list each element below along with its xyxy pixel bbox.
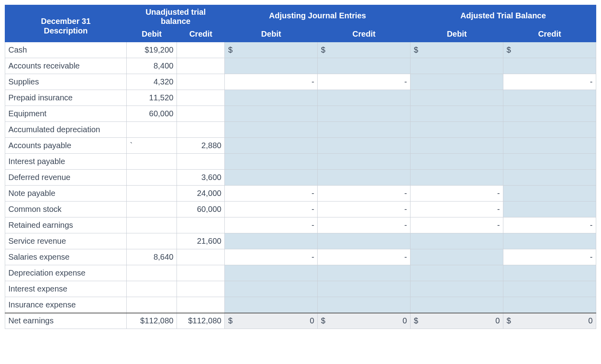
row-description: Interest payable bbox=[5, 154, 127, 170]
utb-debit-cell bbox=[127, 265, 177, 281]
table-row: Equipment60,000 bbox=[5, 106, 596, 122]
table-row: Accounts payable`2,880 bbox=[5, 138, 596, 154]
atb-debit-cell bbox=[410, 138, 503, 154]
row-description: Salaries expense bbox=[5, 249, 127, 265]
row-description: Accumulated depreciation bbox=[5, 122, 127, 138]
header-utb: Unadjusted trial balance bbox=[127, 5, 225, 26]
aje-credit-cell bbox=[318, 170, 410, 186]
atb-credit-cell bbox=[503, 154, 596, 170]
utb-debit-cell bbox=[127, 233, 177, 249]
utb-debit-cell bbox=[127, 122, 177, 138]
table-row: Common stock60,000--- bbox=[5, 202, 596, 217]
aje-credit-cell: - bbox=[318, 202, 410, 217]
row-description: Common stock bbox=[5, 202, 127, 217]
row-description: Service revenue bbox=[5, 233, 127, 249]
table-row: Salaries expense8,640--- bbox=[5, 249, 596, 265]
atb-debit-cell: - bbox=[410, 217, 503, 233]
table-row: Deferred revenue3,600 bbox=[5, 170, 596, 186]
utb-debit-cell: 4,320 bbox=[127, 74, 177, 90]
utb-debit-cell: 60,000 bbox=[127, 106, 177, 122]
header-utb-debit: Debit bbox=[127, 26, 177, 42]
aje-debit-cell bbox=[225, 106, 318, 122]
utb-credit-cell bbox=[177, 74, 225, 90]
utb-debit-cell: ` bbox=[127, 138, 177, 154]
utb-debit-cell bbox=[127, 297, 177, 313]
atb-debit-cell bbox=[410, 106, 503, 122]
utb-credit-cell bbox=[177, 122, 225, 138]
aje-debit-cell bbox=[225, 233, 318, 249]
utb-credit-cell bbox=[177, 106, 225, 122]
atb-debit-cell bbox=[410, 265, 503, 281]
utb-credit-cell: 2,880 bbox=[177, 138, 225, 154]
atb-credit-cell bbox=[503, 122, 596, 138]
utb-debit-cell: 8,400 bbox=[127, 58, 177, 74]
utb-credit-cell bbox=[177, 58, 225, 74]
aje-debit-cell: - bbox=[225, 74, 318, 90]
aje-credit-cell bbox=[318, 154, 410, 170]
utb-credit-cell: 60,000 bbox=[177, 202, 225, 217]
utb-credit-cell bbox=[177, 297, 225, 313]
utb-debit-cell bbox=[127, 217, 177, 233]
atb-debit-cell bbox=[410, 74, 503, 90]
atb-credit-cell bbox=[503, 90, 596, 106]
total-description: Net earnings bbox=[5, 313, 127, 329]
total-utb-credit: $112,080 bbox=[177, 313, 225, 329]
row-description: Prepaid insurance bbox=[5, 90, 127, 106]
atb-debit-cell: - bbox=[410, 202, 503, 217]
aje-debit-cell bbox=[225, 154, 318, 170]
total-row: Net earnings$112,080$112,080$0$0$0$0 bbox=[5, 313, 596, 329]
atb-credit-cell bbox=[503, 170, 596, 186]
aje-credit-cell bbox=[318, 58, 410, 74]
table-body: Cash$19,200$$$$Accounts receivable8,400S… bbox=[5, 42, 596, 329]
row-description: Accounts payable bbox=[5, 138, 127, 154]
atb-debit-cell: - bbox=[410, 186, 503, 202]
row-description: Equipment bbox=[5, 106, 127, 122]
table-row: Note payable24,000--- bbox=[5, 186, 596, 202]
utb-credit-cell: 3,600 bbox=[177, 170, 225, 186]
aje-credit-cell bbox=[318, 281, 410, 297]
utb-credit-cell bbox=[177, 217, 225, 233]
aje-credit-cell bbox=[318, 106, 410, 122]
utb-credit-cell: 21,600 bbox=[177, 233, 225, 249]
aje-credit-cell bbox=[318, 233, 410, 249]
row-description: Interest expense bbox=[5, 281, 127, 297]
header-aje-debit: Debit bbox=[225, 26, 318, 42]
table-row: Cash$19,200$$$$ bbox=[5, 42, 596, 58]
atb-debit-cell: $ bbox=[410, 42, 503, 58]
total-aje-credit: $0 bbox=[318, 313, 410, 329]
atb-credit-cell: - bbox=[503, 74, 596, 90]
atb-credit-cell bbox=[503, 58, 596, 74]
row-description: Insurance expense bbox=[5, 297, 127, 313]
utb-debit-cell: 8,640 bbox=[127, 249, 177, 265]
header-atb-debit: Debit bbox=[410, 26, 503, 42]
aje-credit-cell bbox=[318, 138, 410, 154]
aje-debit-cell: - bbox=[225, 186, 318, 202]
aje-debit-cell: - bbox=[225, 217, 318, 233]
header-utb-credit: Credit bbox=[177, 26, 225, 42]
aje-debit-cell bbox=[225, 90, 318, 106]
aje-debit-cell bbox=[225, 122, 318, 138]
aje-credit-cell bbox=[318, 122, 410, 138]
atb-debit-cell bbox=[410, 249, 503, 265]
atb-debit-cell bbox=[410, 58, 503, 74]
aje-credit-cell: - bbox=[318, 217, 410, 233]
utb-credit-cell: 24,000 bbox=[177, 186, 225, 202]
table-row: Interest expense bbox=[5, 281, 596, 297]
utb-credit-cell bbox=[177, 42, 225, 58]
table-row: Depreciation expense bbox=[5, 265, 596, 281]
table-row: Service revenue21,600 bbox=[5, 233, 596, 249]
atb-credit-cell bbox=[503, 265, 596, 281]
row-description: Deferred revenue bbox=[5, 170, 127, 186]
table-row: Retained earnings---- bbox=[5, 217, 596, 233]
utb-credit-cell bbox=[177, 90, 225, 106]
atb-credit-cell bbox=[503, 281, 596, 297]
aje-debit-cell bbox=[225, 138, 318, 154]
table-header: December 31 Unadjusted trial balance Adj… bbox=[5, 5, 596, 42]
aje-debit-cell bbox=[225, 297, 318, 313]
aje-debit-cell bbox=[225, 170, 318, 186]
row-description: Accounts receivable bbox=[5, 58, 127, 74]
atb-credit-cell bbox=[503, 106, 596, 122]
utb-debit-cell bbox=[127, 202, 177, 217]
table-row: Insurance expense bbox=[5, 297, 596, 313]
utb-credit-cell bbox=[177, 249, 225, 265]
